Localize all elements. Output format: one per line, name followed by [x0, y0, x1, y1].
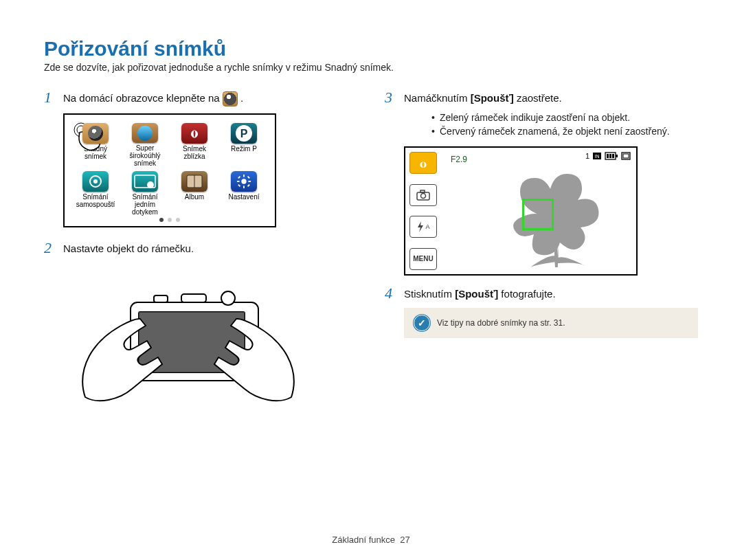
- svg-rect-28: [616, 155, 618, 157]
- app-self-timer[interactable]: Snímánísamospouští: [76, 171, 115, 215]
- page-intro: Zde se dozvíte, jak pořizovat jednoduše …: [44, 62, 698, 73]
- lcd-aperture-value: F2.9: [451, 155, 467, 164]
- app-close-up[interactable]: Snímekzblízka: [175, 123, 214, 167]
- step-number-4: 4: [385, 287, 394, 301]
- page-footer: Základní funkce 27: [0, 535, 742, 545]
- app-one-touch[interactable]: Snímání jednímdotykem: [125, 171, 165, 215]
- svg-rect-12: [238, 176, 240, 179]
- svg-rect-19: [154, 295, 168, 302]
- lcd-camera-button[interactable]: [409, 184, 437, 206]
- lcd-shot-count: 1: [585, 152, 589, 160]
- hands-holding-camera-figure: [71, 267, 305, 425]
- flower-subject-icon: [489, 164, 620, 267]
- lcd-macro-button[interactable]: [409, 152, 437, 174]
- step-1-text: Na domácí obrazovce klepněte na .: [63, 91, 243, 107]
- app-mode-p[interactable]: P Režim P: [224, 123, 264, 167]
- app-easy-shot[interactable]: Snadnýsnímek: [76, 123, 115, 167]
- right-column: 3 Namáčknutím [Spoušť] zaostřete. Zelený…: [385, 91, 698, 427]
- svg-point-23: [421, 193, 426, 198]
- tip-text: Viz tipy na dobré snímky na str. 31.: [437, 318, 565, 328]
- step-number-1: 1: [44, 91, 54, 107]
- step-4-text: Stisknutím [Spoušť] fotografujte.: [404, 287, 556, 301]
- camera-lcd-figure: A MENU F2.9 1 IN: [404, 146, 638, 276]
- svg-point-7: [241, 179, 246, 183]
- tip-icon: ✓: [414, 315, 430, 331]
- step-number-3: 3: [385, 91, 394, 105]
- focus-rectangle: [522, 199, 554, 230]
- svg-rect-13: [247, 184, 250, 187]
- svg-point-21: [221, 291, 235, 305]
- lcd-flash-auto-button[interactable]: A: [409, 216, 437, 238]
- svg-rect-30: [609, 154, 611, 158]
- battery-icon: [605, 152, 618, 160]
- svg-rect-33: [623, 154, 629, 158]
- step-3-bullets: Zelený rámeček indikuje zaostření na obj…: [404, 111, 698, 138]
- step-number-2: 2: [44, 241, 54, 256]
- svg-rect-14: [247, 176, 250, 179]
- home-screen-figure: Snadnýsnímek Super širokoúhlýsnímek Sním…: [63, 113, 276, 227]
- svg-rect-20: [181, 294, 206, 302]
- memory-card-icon: IN: [592, 152, 602, 160]
- svg-point-3: [93, 179, 98, 183]
- svg-rect-11: [248, 181, 251, 182]
- easy-shot-icon: [223, 91, 238, 107]
- step-3-text: Namáčknutím [Spoušť] zaostřete.: [404, 91, 562, 105]
- lcd-menu-button[interactable]: MENU: [409, 248, 437, 270]
- pager-dots: [76, 218, 264, 222]
- svg-rect-8: [243, 175, 245, 177]
- svg-rect-24: [420, 190, 425, 192]
- app-super-wide[interactable]: Super širokoúhlýsnímek: [125, 123, 165, 167]
- svg-rect-15: [238, 184, 240, 187]
- step-2-text: Nastavte objekt do rámečku.: [63, 241, 194, 256]
- svg-point-5: [147, 181, 154, 188]
- svg-rect-9: [243, 186, 245, 188]
- svg-text:IN: IN: [595, 154, 600, 159]
- page-title: Pořizování snímků: [44, 37, 698, 60]
- svg-rect-29: [607, 154, 609, 158]
- left-column: 1 Na domácí obrazovce klepněte na . Sna: [44, 91, 357, 427]
- svg-rect-31: [612, 154, 614, 158]
- tip-box: ✓ Viz tipy na dobré snímky na str. 31.: [404, 308, 698, 338]
- app-settings[interactable]: Nastavení: [224, 171, 264, 215]
- display-mode-icon: [621, 152, 631, 160]
- app-album[interactable]: Album: [175, 171, 214, 215]
- svg-rect-10: [237, 181, 240, 182]
